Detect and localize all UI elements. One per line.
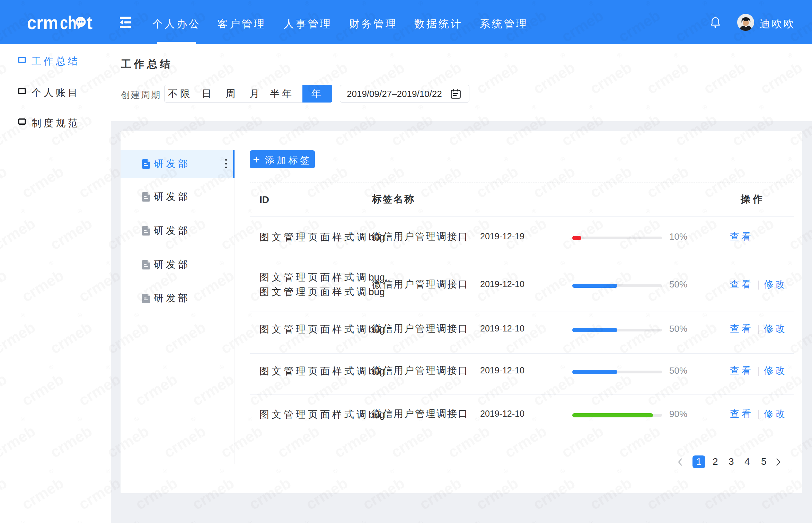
svg-text:ch: ch xyxy=(60,12,77,32)
svg-text:t: t xyxy=(87,12,92,32)
svg-text:crm: crm xyxy=(27,12,58,32)
